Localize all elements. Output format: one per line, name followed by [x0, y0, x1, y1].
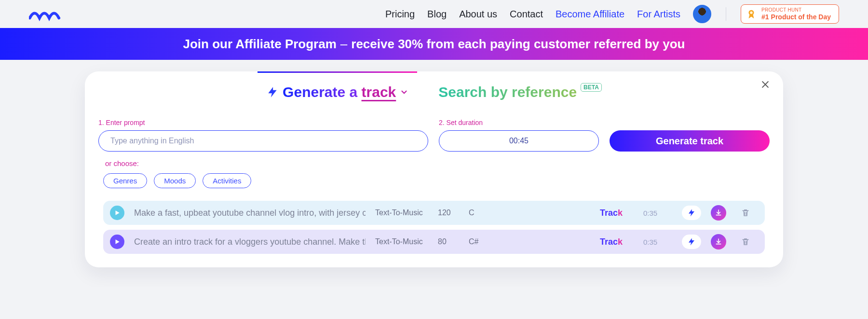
close-icon [760, 80, 770, 89]
banner-text-b: receive 30% from each paying customer re… [351, 37, 685, 52]
bolt-icon [687, 208, 696, 217]
generate-track-button[interactable]: Generate track [610, 130, 770, 152]
generator-panel: Generate a track Search by reference BET… [85, 71, 783, 267]
trash-icon [741, 208, 750, 217]
track-duration: 0:35 [643, 238, 672, 246]
banner-text-a: Join our Affiliate Program [183, 37, 337, 52]
track-bpm: 80 [438, 237, 459, 246]
tab-generate-track[interactable]: Generate a track [264, 80, 410, 104]
nav-artists[interactable]: For Artists [637, 9, 680, 20]
download-button[interactable] [711, 234, 726, 250]
track-row: Make a fast, upbeat youtube channel vlog… [103, 201, 765, 225]
or-choose-label: or choose: [105, 159, 770, 167]
prompt-label: 1. Enter prompt [98, 119, 428, 126]
banner-dash: – [340, 37, 347, 52]
nav-separator [726, 7, 726, 21]
nav-affiliate[interactable]: Become Affiliate [556, 9, 624, 20]
trash-icon [741, 237, 750, 246]
duration-label: 2. Set duration [439, 119, 599, 126]
track-bpm: 120 [438, 208, 459, 217]
site-header: Pricing Blog About us Contact Become Aff… [0, 0, 868, 28]
duration-input[interactable]: 00:45 [439, 130, 599, 152]
avatar[interactable] [693, 5, 711, 23]
prompt-pill[interactable] [98, 130, 428, 152]
regenerate-button[interactable] [682, 206, 701, 220]
track-name: Track [600, 237, 634, 247]
nav-pricing[interactable]: Pricing [385, 9, 415, 20]
track-name: Track [600, 208, 634, 218]
track-duration: 0:35 [643, 209, 672, 217]
play-icon [114, 238, 121, 245]
logo[interactable] [29, 7, 69, 21]
beta-badge: BETA [581, 83, 602, 92]
chip-activities[interactable]: Activities [203, 173, 251, 188]
ph-badge-small: PRODUCT HUNT [761, 8, 831, 13]
tab-search-by-reference[interactable]: Search by reference BETA [436, 80, 604, 104]
track-prompt: Create an intro track for a vloggers you… [134, 237, 366, 247]
track-list: Make a fast, upbeat youtube channel vlog… [98, 201, 770, 254]
bolt-icon [266, 86, 279, 98]
regenerate-button[interactable] [682, 235, 701, 249]
svg-point-1 [750, 12, 753, 14]
play-button[interactable] [110, 235, 124, 249]
track-mode: Text-To-Music [375, 208, 428, 217]
play-button[interactable] [110, 206, 124, 220]
product-hunt-badge[interactable]: PRODUCT HUNT #1 Product of the Day [741, 4, 839, 24]
track-key: C# [469, 237, 488, 246]
track-key: C [469, 208, 488, 217]
ph-badge-large: #1 Product of the Day [761, 14, 831, 20]
prompt-chips: Genres Moods Activities [103, 173, 770, 188]
play-icon [114, 209, 121, 216]
close-button[interactable] [759, 78, 772, 91]
delete-button[interactable] [736, 206, 755, 220]
download-icon [715, 209, 722, 217]
download-button[interactable] [711, 205, 726, 221]
chevron-down-icon [400, 88, 408, 97]
delete-button[interactable] [736, 235, 755, 249]
mode-tabs: Generate a track Search by reference BET… [85, 80, 783, 104]
bolt-icon [687, 237, 696, 246]
chip-genres[interactable]: Genres [103, 173, 147, 188]
affiliate-banner[interactable]: Join our Affiliate Program – receive 30%… [0, 28, 868, 60]
nav-contact[interactable]: Contact [510, 9, 543, 20]
track-mode: Text-To-Music [375, 237, 428, 246]
prompt-input[interactable] [109, 136, 417, 146]
medal-icon [746, 9, 757, 19]
track-row: Create an intro track for a vloggers you… [103, 230, 765, 254]
nav-about[interactable]: About us [459, 9, 497, 20]
chip-moods[interactable]: Moods [154, 173, 196, 188]
track-prompt: Make a fast, upbeat youtube channel vlog… [134, 208, 366, 218]
nav-blog[interactable]: Blog [427, 9, 447, 20]
download-icon [715, 238, 722, 246]
main-nav: Pricing Blog About us Contact Become Aff… [385, 4, 839, 24]
